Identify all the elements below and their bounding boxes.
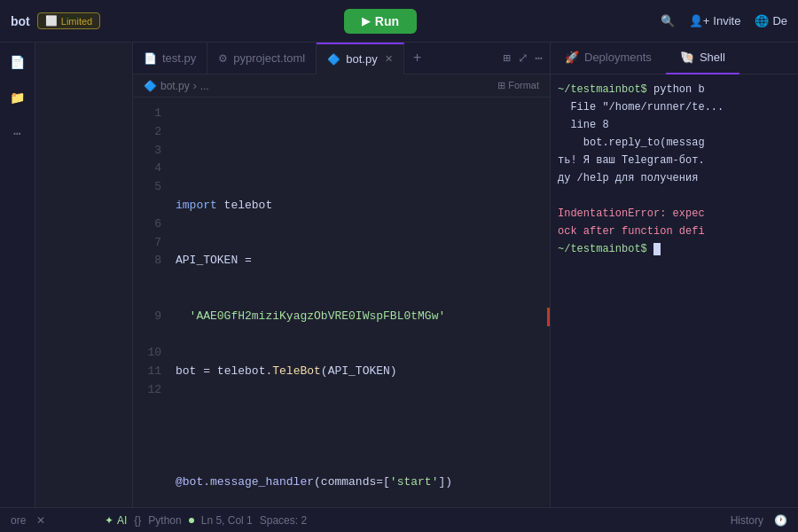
lang-separator: {} xyxy=(134,514,141,527)
split-editor-icon[interactable]: ⊞ xyxy=(503,51,510,66)
ai-indicator[interactable]: ✦ AI xyxy=(105,514,127,527)
code-editor[interactable]: 1 2 3 4 5 6 7 8 9 10 11 12 imp xyxy=(133,98,550,507)
shell-error-2: ock after function defi xyxy=(558,223,791,239)
topbar-center: Run xyxy=(107,9,653,34)
history-label[interactable]: History xyxy=(731,514,763,527)
ore-label: ore xyxy=(11,514,26,527)
code-line-3: API_TOKEN = xyxy=(176,252,550,270)
more-tab-options-icon[interactable]: ⋯ xyxy=(536,51,543,66)
shell-line-4: bot.reply_to(messag xyxy=(558,135,791,151)
breadcrumb-rest: ... xyxy=(200,80,209,92)
deployments-tab[interactable]: 🚀 Deployments xyxy=(551,43,666,74)
file-panel xyxy=(35,43,133,507)
code-line-blank1 xyxy=(176,419,550,437)
shell-icon: 🐚 xyxy=(680,51,694,64)
bot-label: bot xyxy=(11,14,30,28)
shell-tab[interactable]: 🐚 Shell xyxy=(666,43,739,74)
shell-line-3: line 8 xyxy=(558,117,791,133)
shell-prompt-1: ~/testmainbot$ xyxy=(558,83,647,96)
new-folder-icon[interactable]: 📁 xyxy=(5,85,30,110)
main-container: 📄 📁 ⋯ 📄 test.py ⚙ pyproject.toml 🔷 bot.p… xyxy=(0,43,798,507)
tab-actions: ⊞ ⤢ ⋯ xyxy=(503,51,550,66)
code-content[interactable]: import telebot API_TOKEN = 'AAE0GfH2mizi… xyxy=(172,98,550,507)
tab-pyproject-toml[interactable]: ⚙ pyproject.toml xyxy=(207,43,317,74)
de-button[interactable]: 🌐 De xyxy=(755,14,787,27)
close-panel-icon[interactable]: ✕ xyxy=(36,514,45,527)
bot-py-icon: 🔷 xyxy=(327,53,340,66)
user-plus-icon: 👤+ xyxy=(689,14,710,27)
tab-test-py[interactable]: 📄 test.py xyxy=(133,43,207,74)
sidebar: 📄 📁 ⋯ xyxy=(0,43,35,507)
status-main: ✦ AI {} Python Ln 5, Col 1 Spaces: 2 xyxy=(60,514,716,527)
shell-prompt-2: ~/testmainbot$ xyxy=(558,243,647,255)
shell-line-6: ду /help для получения xyxy=(558,170,791,186)
tab-add-button[interactable]: + xyxy=(404,51,431,66)
code-line-1 xyxy=(176,142,550,160)
status-right: History 🕐 xyxy=(731,514,787,527)
breadcrumb: 🔷 bot.py › ... ⊞ Format xyxy=(133,74,550,98)
format-icon: ⊞ xyxy=(497,80,505,90)
shell-error-1: IndentationError: expec xyxy=(558,206,791,222)
topbar-left: bot ⬜ Limited xyxy=(11,12,100,29)
code-line-2: import telebot xyxy=(176,197,550,215)
status-bar: ore ✕ ✦ AI {} Python Ln 5, Col 1 Spaces:… xyxy=(0,507,798,532)
invite-button[interactable]: 👤+ Invite xyxy=(689,14,741,27)
tab-bar: 📄 test.py ⚙ pyproject.toml 🔷 bot.py ✕ + … xyxy=(133,43,550,74)
status-left: ore ✕ xyxy=(11,514,46,527)
breadcrumb-file-icon: 🔷 xyxy=(144,80,157,92)
breadcrumb-sep: › xyxy=(193,80,197,92)
code-line-6: @bot.message_handler(commands=['start']) xyxy=(176,473,550,492)
cursor-position: Ln 5, Col 1 xyxy=(201,514,253,527)
pyproject-icon: ⚙ xyxy=(218,52,228,65)
maximize-icon[interactable]: ⤢ xyxy=(518,51,528,66)
shell-line-2: File "/home/runner/te... xyxy=(558,99,791,115)
language-label[interactable]: Python xyxy=(148,514,181,527)
spaces-label: Spaces: 2 xyxy=(260,514,307,527)
shell-content: ~/testmainbot$ python b File "/home/runn… xyxy=(551,74,798,507)
shell-line-blank xyxy=(558,188,791,204)
limited-icon: ⬜ xyxy=(45,15,58,27)
tab-close-icon[interactable]: ✕ xyxy=(385,53,393,65)
deployments-icon: 🚀 xyxy=(565,51,579,64)
breadcrumb-file: bot.py xyxy=(160,80,190,92)
editor-area: 📄 test.py ⚙ pyproject.toml 🔷 bot.py ✕ + … xyxy=(133,43,550,507)
run-button[interactable]: Run xyxy=(344,9,417,34)
format-label[interactable]: ⊞ Format xyxy=(497,80,539,91)
code-line-5: bot = telebot.TeleBot(API_TOKEN) xyxy=(176,363,550,381)
more-options-icon[interactable]: ⋯ xyxy=(5,121,30,145)
limited-badge: ⬜ Limited xyxy=(37,12,100,29)
code-line-4: 'AAE0GfH2miziKyagzObVRE0IWspFBL0tMGw' xyxy=(176,308,550,326)
test-py-icon: 📄 xyxy=(144,52,157,65)
right-panel-tabs: 🚀 Deployments 🐚 Shell xyxy=(551,43,798,74)
shell-line-5: ть! Я ваш Telegram-бот. xyxy=(558,153,791,168)
tab-bot-py[interactable]: 🔷 bot.py ✕ xyxy=(317,43,403,74)
ai-icon: ✦ xyxy=(105,514,113,527)
search-button[interactable]: 🔍 xyxy=(661,14,675,27)
right-panel: 🚀 Deployments 🐚 Shell ~/testmainbot$ pyt… xyxy=(550,43,798,507)
shell-cursor xyxy=(653,243,661,255)
topbar: bot ⬜ Limited Run 🔍 👤+ Invite 🌐 De xyxy=(0,0,798,43)
shell-line-1: ~/testmainbot$ python b xyxy=(558,82,791,98)
new-file-icon[interactable]: 📄 xyxy=(5,50,30,74)
topbar-right: 🔍 👤+ Invite 🌐 De xyxy=(661,14,787,27)
line-numbers: 1 2 3 4 5 6 7 8 9 10 11 12 xyxy=(133,98,172,507)
history-icon: 🕐 xyxy=(774,514,787,527)
shell-line-prompt: ~/testmainbot$ xyxy=(558,241,791,257)
status-dot xyxy=(189,518,194,523)
